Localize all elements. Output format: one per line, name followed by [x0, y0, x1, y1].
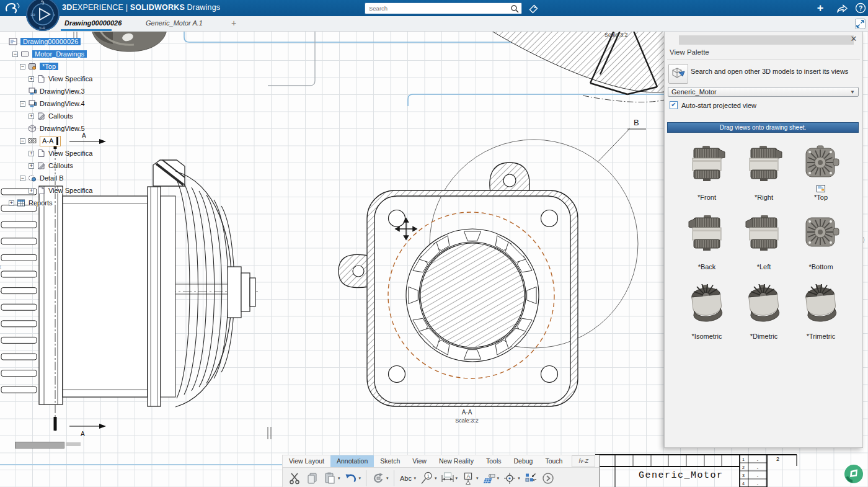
expand-icon[interactable]: +: [29, 188, 34, 194]
ribbon-tab-view[interactable]: View: [406, 455, 433, 467]
view-thumb-isometric[interactable]: *Isometric: [678, 281, 735, 351]
rebuild-button[interactable]: ▾: [370, 470, 391, 487]
tag-icon[interactable]: [526, 2, 539, 14]
tab-generic-motor[interactable]: Generic_Motor A.1: [146, 16, 203, 30]
horizontal-scrollbar-thumb[interactable]: [15, 442, 64, 449]
tree-item-drawingview-4[interactable]: −DrawingView.4: [4, 97, 92, 110]
search-input[interactable]: [365, 5, 510, 12]
tree-item-drawingview-3[interactable]: DrawingView.3: [4, 85, 92, 97]
surface-finish-button[interactable]: ▾: [480, 470, 502, 487]
search-box[interactable]: [365, 2, 522, 14]
ribbon-tab-tools[interactable]: Tools: [480, 455, 508, 467]
tree-item-callouts[interactable]: +Callouts: [4, 110, 92, 122]
expand-icon[interactable]: +: [29, 163, 34, 169]
more-tools-button[interactable]: [539, 470, 557, 487]
tree-item-view-specifica[interactable]: +View Specifica: [4, 147, 92, 159]
view-thumb-front[interactable]: *Front: [678, 142, 735, 212]
tree-item-view-specifica[interactable]: +View Specifica: [4, 184, 92, 197]
ribbon-tab-extra[interactable]: fv-Z: [572, 455, 595, 467]
3dexperience-compass[interactable]: 3D V+R i: [25, 0, 60, 32]
browse-models-button[interactable]: [668, 64, 688, 84]
view-thumb-back[interactable]: *Back: [678, 212, 735, 281]
chevron-down-icon[interactable]: ▾: [338, 476, 340, 481]
3ds-logo-icon[interactable]: [4, 1, 22, 15]
view-thumb-right[interactable]: *Right: [735, 142, 792, 212]
motor-thumbnail-image[interactable]: [744, 145, 784, 184]
chevron-down-icon[interactable]: ▾: [518, 476, 520, 481]
ribbon-tab-annotation[interactable]: Annotation: [330, 455, 374, 467]
tree-item-motor-drawings[interactable]: −Motor_Drawings: [4, 48, 92, 60]
new-tab-button[interactable]: +: [228, 17, 239, 29]
motor-thumbnail-image[interactable]: [744, 284, 784, 323]
tree-item--top[interactable]: −*Top: [4, 60, 92, 73]
horizontal-scrollbar-track[interactable]: [66, 442, 81, 446]
panel-handle-icon[interactable]: ⟩: [862, 236, 865, 244]
ribbon-tab-touch[interactable]: Touch: [539, 455, 569, 467]
rename-field[interactable]: A-A: [40, 136, 61, 146]
collapse-icon[interactable]: −: [20, 138, 25, 144]
copy-button[interactable]: [304, 470, 321, 487]
collapse-icon[interactable]: −: [20, 176, 25, 181]
chevron-down-icon[interactable]: ▾: [435, 476, 437, 481]
motor-thumbnail-image[interactable]: [687, 215, 727, 253]
chevron-down-icon[interactable]: ▾: [456, 476, 458, 481]
smart-dimension-button[interactable]: ▾: [439, 470, 460, 487]
motor-thumbnail-image[interactable]: [687, 284, 727, 323]
help-icon[interactable]: ?: [854, 2, 867, 14]
palette-drag-bar[interactable]: [679, 35, 854, 45]
close-icon[interactable]: ✕: [849, 34, 858, 43]
center-mark-button[interactable]: ▾: [501, 470, 522, 487]
undo-button[interactable]: ▾: [342, 470, 363, 487]
tab-drawing00000026[interactable]: Drawing00000026: [64, 16, 122, 30]
expand-icon[interactable]: +: [29, 151, 34, 156]
motor-thumbnail-image[interactable]: [801, 215, 841, 253]
tree-item-reports[interactable]: +Reports: [4, 197, 92, 209]
motor-thumbnail-image[interactable]: [801, 145, 841, 184]
chevron-down-icon[interactable]: ▾: [476, 476, 479, 481]
expand-icon[interactable]: +: [29, 76, 34, 82]
tree-item-a-a[interactable]: −A-A: [4, 135, 92, 147]
tree-item-drawingview-5[interactable]: DrawingView.5: [4, 122, 92, 135]
ribbon-tab-sketch[interactable]: Sketch: [374, 455, 406, 467]
motor-thumbnail-image[interactable]: [801, 284, 841, 323]
tree-item-drawing00000026[interactable]: Drawing00000026: [4, 35, 92, 48]
drawing-view-detail-fragment[interactable]: Scale:3:2: [492, 31, 665, 102]
cut-button[interactable]: [286, 470, 304, 487]
share-icon[interactable]: [836, 2, 848, 14]
datum-feature-button[interactable]: A▾: [459, 470, 480, 487]
feedback-widget-icon[interactable]: [844, 464, 864, 484]
view-thumb-top[interactable]: *Top: [792, 142, 849, 212]
expand-icon[interactable]: +: [29, 114, 34, 119]
view-thumb-trimetric[interactable]: *Trimetric: [792, 281, 849, 351]
drawing-view-section-aa[interactable]: B A-A Scale:3:2: [339, 118, 646, 424]
tree-item-callouts[interactable]: +Callouts: [4, 159, 92, 172]
left-edge-chevron-icon[interactable]: ‹: [0, 262, 1, 271]
blocks-button[interactable]: [522, 470, 539, 487]
tree-item-detail-b[interactable]: −Detail B: [4, 172, 92, 184]
paste-button[interactable]: ▾: [321, 470, 342, 487]
view-thumb-dimetric[interactable]: *Dimetric: [735, 281, 792, 351]
ribbon-tab-view-layout[interactable]: View Layout: [283, 455, 330, 467]
model-select[interactable]: Generic_Motor ▼: [668, 87, 859, 97]
search-icon[interactable]: [510, 4, 519, 13]
ribbon-tab-new-reality[interactable]: New Reality: [433, 455, 480, 467]
autostart-checkbox[interactable]: ✔: [670, 101, 678, 109]
collapse-panel-icon[interactable]: [855, 19, 866, 29]
ribbon-tab-debug[interactable]: Debug: [507, 455, 539, 467]
spell-check-button[interactable]: Abc▾: [397, 470, 418, 487]
motor-thumbnail-image[interactable]: [687, 145, 727, 184]
collapse-icon[interactable]: −: [12, 51, 18, 57]
chevron-down-icon[interactable]: ▾: [497, 476, 500, 481]
chevron-down-icon[interactable]: ▾: [414, 476, 417, 481]
chevron-down-icon[interactable]: ▾: [359, 476, 361, 481]
tree-item-view-specifica[interactable]: +View Specifica: [4, 73, 92, 85]
collapse-icon[interactable]: −: [20, 64, 25, 69]
view-thumb-left[interactable]: *Left: [735, 212, 792, 281]
chevron-down-icon[interactable]: ▾: [386, 476, 389, 481]
motor-thumbnail-image[interactable]: [744, 215, 784, 253]
expand-icon[interactable]: +: [9, 200, 14, 206]
balloon-button[interactable]: 1▾: [418, 470, 439, 487]
view-thumb-bottom[interactable]: *Bottom: [792, 212, 849, 281]
add-icon[interactable]: +: [814, 2, 826, 14]
collapse-icon[interactable]: −: [20, 101, 25, 107]
